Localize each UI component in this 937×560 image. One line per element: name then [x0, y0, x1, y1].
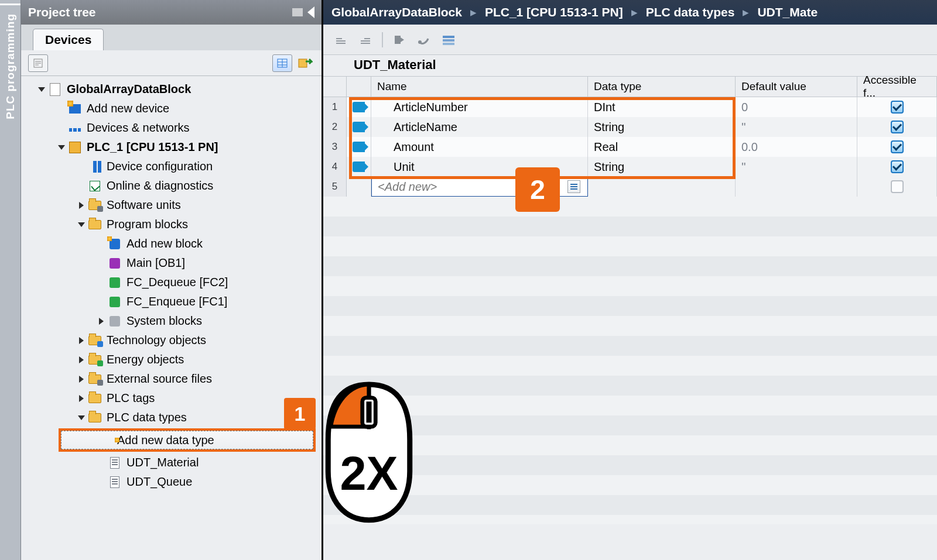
table-row[interactable]: 4UnitString'' [323, 157, 937, 177]
cell-default[interactable] [736, 177, 857, 197]
twisty-open-icon[interactable] [78, 222, 85, 227]
cell-type[interactable]: Real [588, 137, 736, 157]
cell-type[interactable] [588, 177, 736, 197]
add-new-placeholder: <Add new> [378, 180, 437, 194]
cell-name[interactable]: Amount [371, 137, 588, 157]
network-icon [69, 123, 81, 133]
twisty-open-icon[interactable] [78, 415, 85, 420]
col-default[interactable]: Default value [736, 77, 857, 97]
checkbox-off-icon[interactable] [891, 180, 904, 193]
tree-node-main-ob[interactable]: Main [OB1] [21, 253, 322, 273]
tree-node-add-device[interactable]: Add new device [21, 99, 322, 118]
checkbox-on-icon[interactable] [891, 101, 904, 114]
tree-label: Device configuration [107, 160, 213, 173]
breadcrumb-item[interactable]: PLC data types [646, 5, 735, 19]
twisty-open-icon[interactable] [38, 87, 45, 92]
device-config-icon [93, 161, 97, 173]
cell-accessible[interactable] [857, 157, 937, 177]
fc-icon [110, 297, 120, 307]
twisty-closed-icon[interactable] [79, 395, 84, 402]
tree-node-plc-tags[interactable]: PLC tags [21, 389, 322, 408]
tree-node-fc-enqueue[interactable]: FC_Enqueue [FC1] [21, 292, 322, 311]
tree-node-udt-queue[interactable]: UDT_Queue [21, 472, 322, 492]
svg-rect-13 [367, 401, 372, 422]
tree-label: Devices & networks [87, 121, 190, 135]
twisty-closed-icon[interactable] [79, 356, 84, 363]
editor-title: UDT_Material [323, 55, 937, 76]
tree-label: FC_Dequeue [FC2] [126, 276, 228, 289]
view-grid-button[interactable] [272, 54, 292, 72]
cell-type[interactable]: DInt [588, 97, 736, 117]
tree-node-devices-networks[interactable]: Devices & networks [21, 118, 322, 138]
cell-accessible[interactable] [857, 97, 937, 117]
cell-accessible[interactable] [857, 177, 937, 197]
project-tree[interactable]: GlobalArrayDataBlock Add new device Devi… [21, 76, 322, 560]
tree-node-program-blocks[interactable]: Program blocks [21, 215, 322, 234]
cell-accessible[interactable] [857, 117, 937, 137]
breadcrumb-item[interactable]: UDT_Mate [757, 5, 818, 19]
col-type[interactable]: Data type [588, 77, 736, 97]
cell-default[interactable]: 0.0 [736, 137, 857, 157]
breadcrumb-item[interactable]: GlobalArrayDataBlock [331, 5, 462, 19]
tree-node-device-config[interactable]: Device configuration [21, 157, 322, 176]
table-row[interactable]: 3AmountReal0.0 [323, 137, 937, 157]
toolbar-button-5[interactable] [440, 32, 457, 48]
twisty-closed-icon[interactable] [99, 318, 104, 325]
col-accessible[interactable]: Accessible f... [857, 77, 937, 97]
twisty-closed-icon[interactable] [79, 337, 84, 344]
project-tree-title: Project tree [28, 5, 96, 19]
tree-node-project[interactable]: GlobalArrayDataBlock [21, 80, 322, 99]
cell-default[interactable]: '' [736, 117, 857, 137]
cell-name[interactable]: ArticleNumber [371, 97, 588, 117]
svg-rect-9 [443, 39, 454, 42]
variable-icon [353, 162, 365, 172]
tree-node-add-block[interactable]: Add new block [21, 234, 322, 253]
checkbox-on-icon[interactable] [891, 121, 904, 133]
breadcrumb-item[interactable]: PLC_1 [CPU 1513-1 PN] [485, 5, 623, 19]
cell-type[interactable]: String [588, 117, 736, 137]
project-tree-header: Project tree [21, 0, 322, 25]
tree-node-ext-src[interactable]: External source files [21, 369, 322, 389]
tree-settings-button[interactable] [28, 54, 48, 72]
cell-type[interactable]: String [588, 157, 736, 177]
cell-name[interactable]: ArticleName [371, 117, 588, 137]
tree-label: PLC data types [107, 411, 187, 424]
tree-node-energy-objects[interactable]: Energy objects [21, 350, 322, 369]
breadcrumb: GlobalArrayDataBlock ▸ PLC_1 [CPU 1513-1… [323, 0, 937, 25]
panel-layout-icon[interactable] [292, 8, 303, 16]
dropdown-icon[interactable] [567, 180, 580, 193]
toolbar-button-4[interactable] [416, 32, 432, 48]
table-row-add-new[interactable]: 5 <Add new> [323, 177, 937, 197]
tree-node-plc[interactable]: PLC_1 [CPU 1513-1 PN] [21, 138, 322, 157]
cell-accessible[interactable] [857, 137, 937, 157]
cell-default[interactable]: 0 [736, 97, 857, 117]
rail-tab-plc-programming[interactable]: PLC programming [4, 5, 17, 128]
toolbar-button-2[interactable] [357, 32, 374, 48]
tab-devices[interactable]: Devices [33, 29, 104, 50]
collapse-panel-icon[interactable] [307, 6, 314, 18]
toolbar-button-1[interactable] [333, 32, 349, 48]
tree-node-online-diag[interactable]: Online & diagnostics [21, 176, 322, 195]
tree-node-fc-dequeue[interactable]: FC_Dequeue [FC2] [21, 273, 322, 292]
tree-label: Energy objects [107, 353, 184, 366]
tree-node-add-data-type[interactable]: Add new data type [59, 428, 316, 452]
twisty-closed-icon[interactable] [79, 376, 84, 383]
twisty-closed-icon[interactable] [79, 202, 84, 209]
svg-text:2X: 2X [340, 447, 398, 500]
table-row[interactable]: 2ArticleNameString'' [323, 117, 937, 137]
tree-node-system-blocks[interactable]: System blocks [21, 311, 322, 331]
checkbox-on-icon[interactable] [891, 140, 904, 153]
tree-label: Software units [107, 198, 181, 212]
tree-node-plc-data-types[interactable]: PLC data types [21, 408, 322, 427]
tree-node-software-units[interactable]: Software units [21, 195, 322, 215]
row-marker [347, 137, 371, 157]
go-online-button[interactable] [296, 54, 314, 71]
tree-node-udt-material[interactable]: UDT_Material [21, 453, 322, 472]
twisty-open-icon[interactable] [58, 145, 65, 150]
table-row[interactable]: 1ArticleNumberDInt0 [323, 97, 937, 117]
tree-node-tech-objects[interactable]: Technology objects [21, 331, 322, 350]
col-name[interactable]: Name [371, 77, 588, 97]
cell-default[interactable]: '' [736, 157, 857, 177]
toolbar-button-3[interactable] [391, 32, 408, 48]
checkbox-on-icon[interactable] [891, 160, 904, 173]
